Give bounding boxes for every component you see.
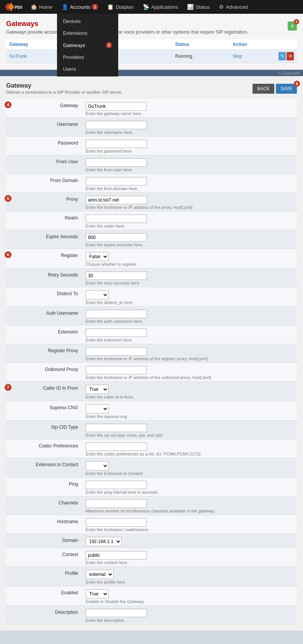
field-label-retry-seconds: Retry Seconds: [6, 268, 83, 287]
dropdown-devices[interactable]: Devices: [57, 15, 118, 27]
field-label-context: Context: [6, 548, 83, 567]
accounts-icon: 👤: [62, 4, 68, 10]
svg-text:PBX: PBX: [15, 5, 22, 10]
field-label-sip-cid-type: Sip CID Type: [6, 421, 83, 439]
form-row: DescriptionEnter the description.: [6, 606, 297, 624]
field-input-cell-from-user: Enter the from-user here.: [83, 155, 297, 174]
dropdown-extensions[interactable]: Extensions: [57, 27, 118, 39]
field-input-realm[interactable]: [86, 215, 147, 223]
field-input-retry-seconds[interactable]: [86, 272, 147, 280]
accounts-badge: 1: [92, 4, 98, 10]
field-hint-hostname: Enter the hostname / switchname.: [86, 527, 294, 532]
field-hint-enabled: Enable or Disable the Gateway.: [86, 599, 294, 604]
save-badge: 8: [294, 81, 300, 87]
field-input-sip-cid-type[interactable]: [86, 424, 147, 432]
field-input-channels[interactable]: [86, 499, 147, 508]
save-label: SAVE: [280, 86, 292, 91]
dropdown-providers[interactable]: Providers: [57, 51, 118, 63]
form-row: ExtensionEnter the extension here.: [6, 325, 297, 344]
field-label-hostname: Hostname: [6, 515, 83, 534]
gateways-description: Gateways provide access into other netwo…: [6, 29, 248, 35]
field-label-codec-preferences: Codec Preferences: [6, 439, 83, 458]
field-input-gateway[interactable]: [86, 102, 147, 111]
accounts-dropdown: Devices Extensions Gateways 2 Providers …: [57, 14, 118, 76]
dropdown-gateways-label: Gateways: [63, 42, 85, 48]
form-row: 4GatewayEnter the gateway name here.: [6, 99, 297, 118]
field-input-hostname[interactable]: [86, 518, 147, 527]
form-row: Expire SecondsEnter the expire-seconds h…: [6, 230, 297, 249]
gateways-panel: Gateways Gateways provide access into ot…: [0, 14, 303, 70]
field-input-cell-register: TrueFalseChoose whether to register.: [83, 249, 297, 268]
field-input-password[interactable]: [86, 140, 147, 148]
field-label-username: Username: [6, 118, 83, 137]
field-hint-channels: Maximum number of simultaneous channels …: [86, 509, 294, 513]
field-input-cell-channels: Maximum number of simultaneous channels …: [83, 496, 297, 515]
field-input-ping[interactable]: [86, 481, 147, 489]
field-label-enabled: Enabled: [6, 586, 83, 606]
field-hint-ping: Enter the ping interval here in seconds.: [86, 490, 294, 494]
gateway-action[interactable]: Stop: [233, 54, 279, 59]
field-hint-profile: Enter the profile here.: [86, 580, 294, 584]
form-row: 5ProxyEnter the hostname or IP address o…: [6, 193, 297, 211]
field-input-cell-caller-id-in-from: TrueFalseEnter the caller-id-in-from.: [83, 382, 297, 401]
field-select-domain[interactable]: 192.168.1.1: [86, 537, 122, 546]
form-row: UsernameEnter the username here.: [6, 118, 297, 137]
field-input-cell-register-proxy: Enter the hostname or IP address of the …: [83, 344, 297, 363]
field-input-username[interactable]: [86, 121, 147, 129]
field-input-cell-expire-seconds: Enter the expire-seconds here.: [83, 230, 297, 249]
field-input-cell-auth-username: Enter the auth-username here.: [83, 307, 297, 325]
nav-home[interactable]: 🏠 Home: [26, 0, 57, 14]
field-input-register-proxy[interactable]: [86, 347, 147, 356]
field-select-extension-in-contact[interactable]: TrueFalse: [86, 461, 109, 470]
field-hint-password: Enter the password here.: [86, 149, 294, 153]
field-input-extension[interactable]: [86, 329, 147, 337]
field-select-caller-id-in-from[interactable]: TrueFalse: [86, 385, 109, 394]
nav-accounts[interactable]: 👤 Accounts 1 Devices Extensions Gateways…: [57, 0, 103, 14]
field-input-from-user[interactable]: [86, 158, 147, 167]
field-input-auth-username[interactable]: [86, 310, 147, 318]
nav-status[interactable]: 📊 Status: [182, 0, 214, 14]
form-subtitle: Defines a connections to a SIP Provider …: [6, 90, 122, 94]
field-select-supress-cng[interactable]: TrueFalse: [86, 404, 109, 413]
field-select-profile[interactable]: externalinternal: [86, 570, 114, 579]
field-input-context[interactable]: [86, 551, 147, 559]
field-hint-register: Choose whether to register.: [86, 262, 294, 267]
field-label-register: 6Register: [6, 249, 83, 268]
field-input-description[interactable]: [86, 609, 147, 617]
dropdown-users[interactable]: Users: [57, 63, 118, 75]
field-badge-6: 6: [5, 251, 11, 258]
field-input-cell-profile: externalinternalEnter the profile here.: [83, 567, 297, 586]
field-input-from-domain[interactable]: [86, 177, 147, 185]
nav-advanced[interactable]: ⚙ Advanced: [214, 0, 252, 14]
field-input-proxy[interactable]: [86, 196, 147, 204]
field-select-register[interactable]: TrueFalse: [86, 252, 109, 261]
field-select-distinct-to[interactable]: TrueFalse: [86, 290, 109, 299]
field-hint-codec-preferences: Enter the codec preferences as a list. E…: [86, 452, 294, 456]
field-input-expire-seconds[interactable]: [86, 233, 147, 242]
field-input-cell-realm: Enter the realm here.: [83, 211, 297, 230]
logo-icon: PBX: [3, 2, 22, 12]
dialplan-icon: 📋: [107, 4, 114, 10]
field-input-cell-proxy: Enter the hostname or IP address of the …: [83, 193, 297, 211]
edit-gateway-button[interactable]: ✎: [279, 52, 286, 60]
field-select-enabled[interactable]: TrueFalse: [86, 589, 109, 598]
field-label-password: Password: [6, 137, 83, 155]
add-gateway-badge: 3: [294, 19, 299, 24]
table-header: Gateway Profile Status Action: [6, 39, 297, 50]
field-input-cell-domain: 192.168.1.1: [83, 534, 297, 548]
field-hint-outbound-proxy: Enter the hostname or IP address of the …: [86, 375, 294, 380]
dropdown-gateways[interactable]: Gateways 2: [57, 39, 118, 51]
field-label-description: Description: [6, 606, 83, 624]
field-input-cell-gateway: Enter the gateway name here.: [83, 99, 297, 118]
field-input-codec-preferences[interactable]: [86, 442, 147, 451]
field-input-outbound-proxy[interactable]: [86, 366, 147, 374]
save-button[interactable]: SAVE 8: [276, 84, 297, 94]
nav-applications[interactable]: 📡 Applications: [138, 0, 182, 14]
add-gateway-button[interactable]: + 3: [288, 21, 297, 31]
form-row: Codec PreferencesEnter the codec prefere…: [6, 439, 297, 458]
nav-dialplan[interactable]: 📋 Dialplan: [103, 0, 138, 14]
back-button[interactable]: BACK: [252, 84, 274, 94]
nav-items: 🏠 Home 👤 Accounts 1 Devices Extensions G…: [26, 0, 252, 14]
delete-gateway-button[interactable]: ✕: [287, 52, 294, 60]
form-row: 6RegisterTrueFalseChoose whether to regi…: [6, 249, 297, 268]
